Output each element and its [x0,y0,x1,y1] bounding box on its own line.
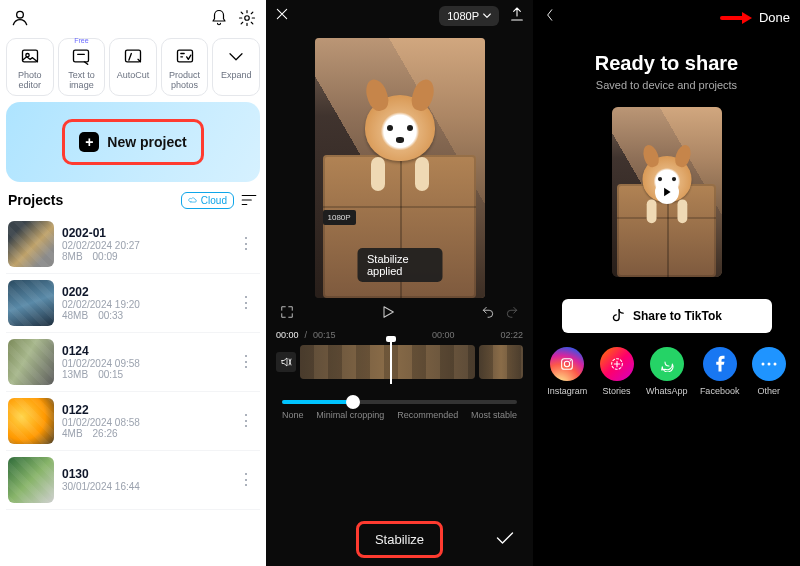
tool-label: Expand [215,71,257,81]
result-thumbnail[interactable] [612,107,722,277]
export-icon[interactable] [509,6,525,26]
whatsapp-icon [650,347,684,381]
home-panel: Photo editor Free Text to image AutoCut … [0,0,266,566]
svg-point-9 [570,360,571,361]
project-item[interactable]: 0202-01 02/02/2024 20:27 8MB00:09 ⋮ [6,215,260,274]
redo-icon[interactable] [505,305,519,323]
share-tiktok-label: Share to TikTok [633,309,722,323]
project-duration: 00:33 [98,310,123,321]
close-icon[interactable] [274,6,290,26]
svg-point-1 [245,16,250,21]
annotation-arrow-icon [720,10,754,26]
social-label: Stories [603,386,631,396]
project-thumbnail [8,280,54,326]
playhead[interactable] [390,340,392,384]
cloud-label: Cloud [201,195,227,206]
editor-top-bar: 1080P [266,0,533,32]
project-more-icon[interactable]: ⋮ [234,352,258,371]
play-icon[interactable] [380,304,396,324]
share-whatsapp[interactable]: WhatsApp [646,347,688,396]
project-more-icon[interactable]: ⋮ [234,234,258,253]
svg-point-11 [761,363,764,366]
free-badge: Free [74,37,88,44]
cloud-button[interactable]: Cloud [181,192,234,209]
timeline[interactable] [276,342,523,382]
share-other[interactable]: Other [752,347,786,396]
stories-icon [600,347,634,381]
back-icon[interactable] [543,8,557,26]
tool-expand[interactable]: Expand [212,38,260,96]
tool-text-to-image[interactable]: Free Text to image [58,38,106,96]
ruler-mid: 00:00 [432,330,455,340]
tool-product-photos[interactable]: Product photos [161,38,209,96]
new-project-button[interactable]: + New project [6,102,260,182]
settings-icon[interactable] [238,9,256,27]
fullscreen-icon[interactable] [280,305,294,323]
tool-label: AutoCut [112,71,154,81]
video-preview[interactable]: 1080P Stabilize applied [315,38,485,298]
tool-label: Product photos [164,71,206,91]
done-button[interactable]: Done [759,10,790,25]
stabilize-label: Stabilize [375,532,424,547]
tool-label: Photo editor [9,71,51,91]
project-thumbnail [8,457,54,503]
stabilize-slider[interactable]: None Minimal cropping Recommended Most s… [266,382,533,426]
mute-icon[interactable] [276,352,296,372]
project-more-icon[interactable]: ⋮ [234,470,258,489]
play-overlay-icon[interactable] [612,107,722,277]
project-size: 8MB [62,251,83,262]
project-item[interactable]: 0202 02/02/2024 19:20 48MB00:33 ⋮ [6,274,260,333]
share-instagram[interactable]: Instagram [547,347,587,396]
project-more-icon[interactable]: ⋮ [234,411,258,430]
home-top-bar [6,6,260,34]
social-label: Instagram [547,386,587,396]
other-icon [752,347,786,381]
project-item[interactable]: 0130 30/01/2024 16:44 ⋮ [6,451,260,510]
ready-heading: Ready to share [533,52,800,75]
plus-icon: + [79,132,99,152]
project-date: 30/01/2024 16:44 [62,481,226,492]
facebook-icon [703,347,737,381]
projects-heading: Projects [8,192,63,208]
stabilize-toast: Stabilize applied [357,248,442,282]
social-row: Instagram Stories WhatsApp Facebook Othe… [533,333,800,396]
project-duration: 00:15 [98,369,123,380]
project-date: 02/02/2024 19:20 [62,299,226,310]
share-stories[interactable]: Stories [600,347,634,396]
slider-label: Most stable [471,410,517,420]
project-date: 01/02/2024 09:58 [62,358,226,369]
projects-header: Projects Cloud [6,192,260,215]
video-controls [266,298,533,326]
project-name: 0202 [62,285,226,299]
time-total: 00:15 [313,330,336,340]
project-item[interactable]: 0124 01/02/2024 09:58 13MB00:15 ⋮ [6,333,260,392]
profile-icon[interactable] [10,8,30,28]
confirm-icon[interactable] [495,530,515,550]
notifications-icon[interactable] [210,9,228,27]
project-name: 0122 [62,403,226,417]
share-facebook[interactable]: Facebook [700,347,740,396]
stabilize-button[interactable]: Stabilize [356,521,443,558]
new-project-highlight: + New project [62,119,203,165]
project-more-icon[interactable]: ⋮ [234,293,258,312]
timeline-clip[interactable] [479,345,523,379]
sort-icon[interactable] [240,193,258,207]
share-panel: Done Ready to share Saved to device and … [533,0,800,566]
new-project-label: New project [107,134,186,150]
project-size: 48MB [62,310,88,321]
slider-thumb[interactable] [346,395,360,409]
social-label: Facebook [700,386,740,396]
social-label: Other [758,386,781,396]
social-label: WhatsApp [646,386,688,396]
tool-autocut[interactable]: AutoCut [109,38,157,96]
clip-resolution-tag: 1080P [323,210,356,225]
project-item[interactable]: 0122 01/02/2024 08:58 4MB26:26 ⋮ [6,392,260,451]
resolution-dropdown[interactable]: 1080P [439,6,499,26]
project-duration: 00:09 [93,251,118,262]
project-thumbnail [8,398,54,444]
timeline-clip[interactable] [300,345,475,379]
tool-photo-editor[interactable]: Photo editor [6,38,54,96]
share-tiktok-button[interactable]: Share to TikTok [562,299,772,333]
undo-icon[interactable] [481,305,495,323]
project-date: 01/02/2024 08:58 [62,417,226,428]
